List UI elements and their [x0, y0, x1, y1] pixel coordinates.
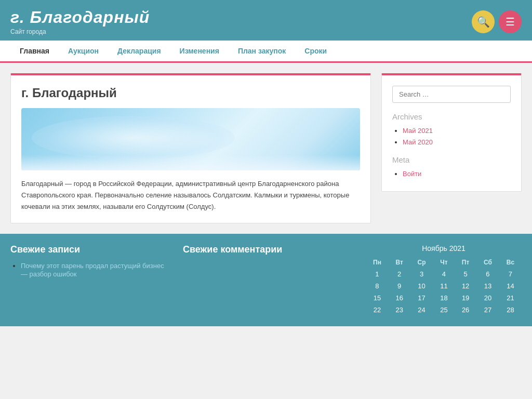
calendar-row: 1234567: [366, 268, 522, 280]
footer-recent-posts: Свежие записи Почему этот парень продал …: [10, 244, 183, 316]
calendar-header-row: Пн Вт Ср Чт Пт Сб Вс: [366, 257, 522, 268]
cal-th-tue: Вт: [389, 257, 410, 268]
calendar-cell: 21: [499, 292, 522, 304]
header-icons: 🔍 ☰: [472, 10, 522, 33]
calendar-cell: 27: [476, 304, 499, 316]
nav-item-changes[interactable]: Изменения: [170, 41, 229, 61]
archives-title: Archives: [392, 112, 511, 121]
nav-item-auction[interactable]: Аукцион: [59, 41, 108, 61]
calendar-cell: 12: [455, 280, 476, 292]
recent-post-1[interactable]: Почему этот парень продал растущий бизне…: [21, 261, 172, 278]
recent-posts-list: Почему этот парень продал растущий бизне…: [10, 261, 172, 278]
calendar-cell: 19: [455, 292, 476, 304]
calendar-cell: 28: [499, 304, 522, 316]
calendar-cell: 10: [410, 280, 433, 292]
article-title: г. Благодарный: [21, 86, 360, 100]
article-section: г. Благодарный Благодарный — город в Рос…: [10, 73, 371, 223]
nav-item-terms[interactable]: Сроки: [295, 41, 336, 61]
calendar-cell: 3: [410, 268, 433, 280]
calendar-title: Ноябрь 2021: [366, 244, 522, 252]
cal-th-sun: Вс: [499, 257, 522, 268]
nav-link-auction[interactable]: Аукцион: [59, 41, 108, 61]
archives-list: Май 2021 Май 2020: [392, 126, 511, 146]
calendar-cell: 1: [366, 268, 389, 280]
menu-icon-button[interactable]: ☰: [499, 10, 522, 33]
cal-th-wed: Ср: [410, 257, 433, 268]
calendar-cell: 6: [476, 268, 499, 280]
calendar-cell: 18: [433, 292, 455, 304]
archive-item-1[interactable]: Май 2021: [403, 126, 511, 135]
archive-link-1[interactable]: Май 2021: [403, 127, 433, 135]
article-image: [21, 108, 360, 170]
cal-th-mon: Пн: [366, 257, 389, 268]
calendar-cell: 25: [433, 304, 455, 316]
nav-item-purchases[interactable]: План закупок: [229, 41, 295, 61]
cal-th-sat: Сб: [476, 257, 499, 268]
site-header: г. Благодарный Сайт города 🔍 ☰: [0, 0, 532, 41]
calendar-row: 891011121314: [366, 280, 522, 292]
main-nav: Главная Аукцион Декларация Изменения Пла…: [0, 41, 532, 63]
nav-link-purchases[interactable]: План закупок: [229, 41, 295, 61]
search-icon-button[interactable]: 🔍: [472, 10, 495, 33]
nav-link-home[interactable]: Главная: [10, 41, 59, 61]
main-content: г. Благодарный Благодарный — город в Рос…: [0, 63, 532, 234]
calendar-cell: 4: [433, 268, 455, 280]
calendar-row: 15161718192021: [366, 292, 522, 304]
calendar-cell: 9: [389, 280, 410, 292]
site-footer: Свежие записи Почему этот парень продал …: [0, 234, 532, 326]
meta-list: Войти: [392, 169, 511, 178]
article-text: Благодарный — город в Российской Федерац…: [21, 178, 360, 212]
calendar-cell: 23: [389, 304, 410, 316]
cal-th-thu: Чт: [433, 257, 455, 268]
login-link[interactable]: Войти: [403, 170, 421, 178]
calendar-cell: 8: [366, 280, 389, 292]
sidebar: Archives Май 2021 Май 2020 Meta Войти: [381, 73, 522, 192]
calendar-row: 22232425262728: [366, 304, 522, 316]
recent-comments-title: Свежие комментарии: [183, 244, 345, 255]
calendar-cell: 13: [476, 280, 499, 292]
recent-post-link-1[interactable]: Почему этот парень продал растущий бизне…: [21, 262, 164, 278]
footer-calendar: Ноябрь 2021 Пн Вт Ср Чт Пт Сб Вс 1234567…: [355, 244, 522, 316]
search-input[interactable]: [392, 86, 511, 103]
site-title: г. Благодарный: [10, 8, 150, 27]
calendar-cell: 24: [410, 304, 433, 316]
nav-item-declaration[interactable]: Декларация: [108, 41, 170, 61]
calendar-cell: 16: [389, 292, 410, 304]
nav-link-declaration[interactable]: Декларация: [108, 41, 170, 61]
site-title-block: г. Благодарный Сайт города: [10, 8, 150, 35]
calendar-cell: 2: [389, 268, 410, 280]
recent-posts-title: Свежие записи: [10, 244, 172, 255]
footer-recent-comments: Свежие комментарии: [183, 244, 355, 316]
meta-section: Meta Войти: [392, 155, 511, 178]
calendar-cell: 17: [410, 292, 433, 304]
meta-item-login[interactable]: Войти: [403, 169, 511, 178]
calendar-cell: 20: [476, 292, 499, 304]
nav-item-home[interactable]: Главная: [10, 41, 59, 61]
calendar-body: 1234567891011121314151617181920212223242…: [366, 268, 522, 316]
sidebar-search[interactable]: [392, 86, 511, 103]
nav-link-changes[interactable]: Изменения: [170, 41, 229, 61]
calendar-cell: 5: [455, 268, 476, 280]
meta-title: Meta: [392, 155, 511, 164]
calendar-cell: 11: [433, 280, 455, 292]
nav-link-terms[interactable]: Сроки: [295, 41, 336, 61]
site-subtitle: Сайт города: [10, 28, 150, 35]
footer-content: Свежие записи Почему этот парень продал …: [10, 244, 522, 316]
calendar-cell: 26: [455, 304, 476, 316]
calendar-cell: 7: [499, 268, 522, 280]
calendar-cell: 14: [499, 280, 522, 292]
cal-th-fri: Пт: [455, 257, 476, 268]
calendar-table: Пн Вт Ср Чт Пт Сб Вс 1234567891011121314…: [366, 257, 522, 316]
calendar-cell: 15: [366, 292, 389, 304]
archive-link-2[interactable]: Май 2020: [403, 138, 433, 146]
calendar-cell: 22: [366, 304, 389, 316]
archives-section: Archives Май 2021 Май 2020: [392, 112, 511, 146]
archive-item-2[interactable]: Май 2020: [403, 138, 511, 146]
